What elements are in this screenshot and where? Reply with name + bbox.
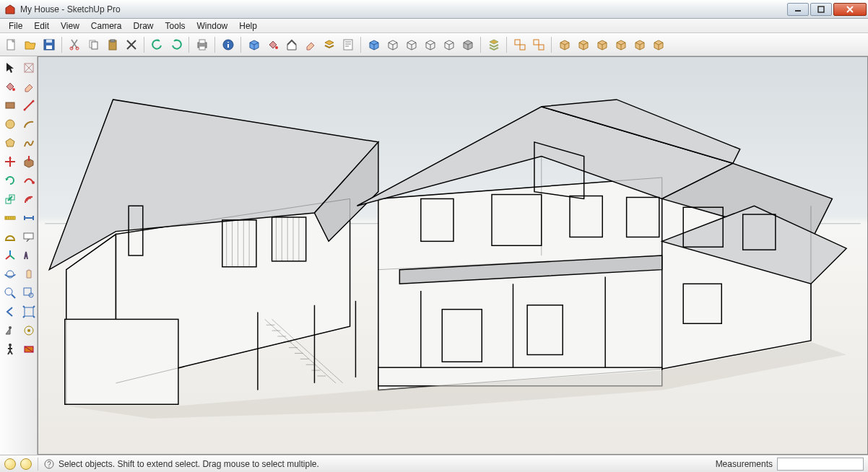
status-credits-icon[interactable] (20, 458, 32, 470)
move-icon[interactable] (1, 153, 19, 170)
look-around-icon[interactable] (20, 322, 38, 339)
zoom-extents-icon[interactable] (20, 303, 38, 320)
tape-measure-icon[interactable] (1, 209, 19, 227)
paste-icon[interactable] (104, 36, 121, 53)
push-pull-icon[interactable] (20, 153, 38, 170)
component-icon[interactable] (246, 36, 263, 53)
menu-file[interactable]: File (3, 19, 28, 32)
pan-icon[interactable] (20, 266, 38, 283)
line-icon[interactable] (20, 97, 38, 114)
paint-bucket-icon[interactable] (264, 36, 282, 53)
copy-icon[interactable] (85, 36, 103, 53)
paint-bucket-tool-icon[interactable] (1, 78, 19, 95)
menu-view[interactable]: View (55, 19, 85, 32)
svg-rect-21 (539, 45, 544, 50)
status-hint: Select objects. Shift to extend select. … (58, 459, 711, 469)
svg-rect-24 (6, 102, 14, 108)
window-title: My House - SketchUp Pro (20, 4, 787, 14)
section-plane-icon[interactable] (20, 341, 38, 358)
layers-icon[interactable] (321, 36, 338, 53)
measurements-input[interactable] (777, 458, 864, 471)
delete-icon[interactable] (123, 36, 140, 53)
position-camera-icon[interactable] (1, 322, 19, 339)
eraser-tool-icon[interactable] (20, 78, 38, 95)
window-controls (787, 3, 867, 16)
select-icon[interactable] (1, 59, 19, 77)
info-icon[interactable] (220, 36, 237, 53)
menu-edit[interactable]: Edit (28, 19, 55, 32)
viewport-3d[interactable] (38, 56, 868, 455)
dimension-icon[interactable] (20, 209, 38, 227)
ungroup-icon[interactable] (530, 36, 547, 53)
redo-icon[interactable] (168, 36, 185, 53)
new-file-icon[interactable] (3, 36, 20, 53)
3d-text-icon[interactable] (20, 247, 38, 264)
help-icon[interactable]: ? (44, 459, 54, 469)
titlebar: My House - SketchUp Pro (0, 0, 868, 19)
scale-icon[interactable] (1, 191, 19, 208)
arc-icon[interactable] (20, 115, 38, 133)
box-wire-icon[interactable] (384, 36, 402, 53)
protractor-icon[interactable] (1, 228, 19, 245)
outer-shell-icon[interactable] (594, 36, 611, 53)
polygon-icon[interactable] (1, 134, 19, 152)
svg-rect-35 (24, 288, 31, 295)
box-shaded-icon[interactable] (422, 36, 439, 53)
svg-rect-19 (520, 45, 525, 50)
home-icon[interactable] (283, 36, 300, 53)
group-icon[interactable] (511, 36, 529, 53)
status-geo-icon[interactable] (4, 458, 16, 470)
offset-icon[interactable] (20, 191, 38, 208)
svg-point-16 (275, 46, 278, 49)
box-solid-icon[interactable] (459, 36, 477, 53)
send-back-icon[interactable] (556, 36, 573, 53)
cut-icon[interactable] (66, 36, 84, 53)
close-button[interactable] (833, 3, 867, 16)
trim-icon[interactable] (650, 36, 667, 53)
freehand-icon[interactable] (20, 134, 38, 152)
zoom-window-icon[interactable] (20, 284, 38, 302)
follow-me-icon[interactable] (20, 172, 38, 189)
svg-rect-18 (515, 40, 520, 45)
walk-icon[interactable] (1, 341, 19, 358)
svg-point-40 (27, 329, 30, 332)
axes-icon[interactable] (1, 247, 19, 264)
box-blue-icon[interactable] (365, 36, 383, 53)
orbit-icon[interactable] (1, 266, 19, 283)
notes-icon[interactable] (339, 36, 357, 53)
zoom-icon[interactable] (1, 284, 19, 302)
svg-rect-1 (818, 6, 824, 12)
intersect-icon[interactable] (612, 36, 630, 53)
box-tex-icon[interactable] (440, 36, 458, 53)
save-icon[interactable] (40, 36, 58, 53)
model-house (38, 57, 867, 454)
previous-icon[interactable] (1, 303, 19, 320)
make-component-icon[interactable] (20, 59, 38, 77)
menu-help[interactable]: Help (233, 19, 263, 32)
svg-point-27 (6, 120, 14, 128)
explode-icon[interactable] (575, 36, 592, 53)
app-icon (4, 4, 16, 15)
svg-rect-9 (92, 42, 97, 49)
open-file-icon[interactable] (22, 36, 39, 53)
eraser-icon[interactable] (302, 36, 319, 53)
svg-point-25 (24, 109, 26, 111)
minimize-button[interactable] (787, 3, 809, 16)
print-icon[interactable] (194, 36, 211, 53)
rotate-icon[interactable] (1, 172, 19, 189)
stack-icon[interactable] (485, 36, 503, 53)
statusbar: ? Select objects. Shift to extend select… (0, 455, 868, 472)
menu-draw[interactable]: Draw (128, 19, 160, 32)
box-wire2-icon[interactable] (403, 36, 420, 53)
menu-tools[interactable]: Tools (160, 19, 191, 32)
circle-icon[interactable] (1, 115, 19, 133)
undo-icon[interactable] (149, 36, 166, 53)
menu-camera[interactable]: Camera (85, 19, 128, 32)
svg-rect-11 (110, 40, 115, 42)
subtract-icon[interactable] (631, 36, 648, 53)
text-label-icon[interactable] (20, 228, 38, 245)
maximize-button[interactable] (810, 3, 832, 16)
rectangle-icon[interactable] (1, 97, 19, 114)
menu-window[interactable]: Window (191, 19, 234, 32)
svg-rect-20 (534, 40, 539, 45)
